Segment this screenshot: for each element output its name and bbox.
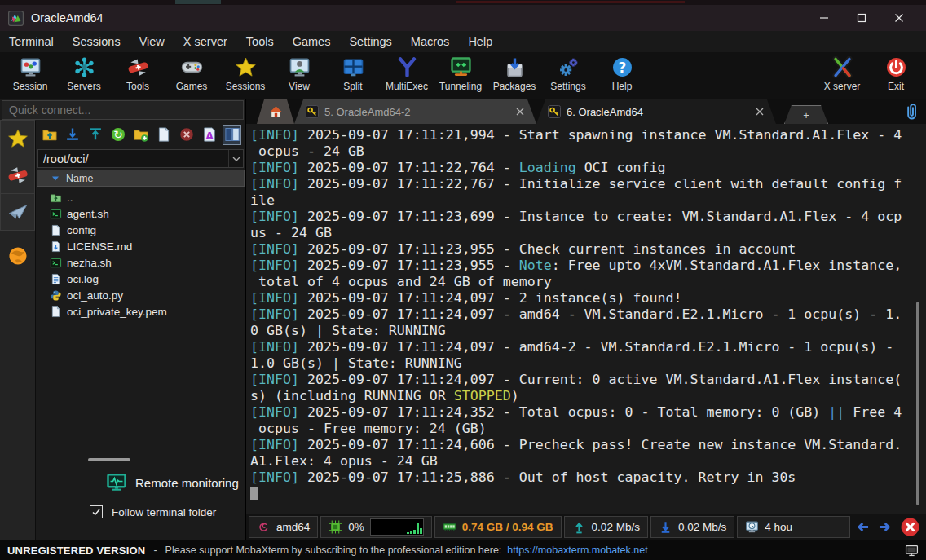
terminal-text: OCI config [576, 160, 666, 175]
menu-x-server[interactable]: X server [183, 35, 227, 48]
path-input[interactable] [38, 152, 228, 165]
close-button[interactable] [880, 5, 918, 31]
file-toolbar-toggle-panel-button[interactable] [223, 125, 241, 145]
file-list-header[interactable]: Name [37, 170, 245, 187]
new-tab-button[interactable]: + [784, 105, 828, 124]
terminal-text: : Free upto 4xVM.Standard.A1.Flex instan… [552, 258, 902, 273]
terminal-line: [INFO] 2025-09-07 17:11:24,097 - amd64 -… [250, 306, 926, 323]
rail-button-sftp[interactable] [0, 237, 35, 275]
toolbar-button-label: Help [612, 81, 633, 92]
rail-button-tools[interactable] [0, 157, 35, 194]
toolbar-button-sessions[interactable]: Sessions [218, 55, 272, 92]
toolbar-button-packages[interactable]: Packages [487, 55, 541, 92]
tab-close-icon[interactable] [755, 107, 765, 117]
file-row[interactable]: oci_auto.py [36, 287, 245, 303]
rail-button-sessions[interactable] [0, 120, 35, 157]
toolbar-button-x-server[interactable]: X server [815, 55, 869, 92]
toolbar-button-tunneling[interactable]: Tunneling [434, 55, 487, 92]
toolbar-button-servers[interactable]: Servers [57, 55, 111, 92]
terminal-line: s) (including RUNNING OR STOPPED) [250, 388, 926, 404]
tab-close-icon[interactable] [515, 107, 525, 117]
rail-button-macros[interactable] [0, 193, 35, 231]
terminal-text: us - 24 GB [250, 225, 332, 240]
menu-sessions[interactable]: Sessions [73, 35, 121, 48]
sidebar-splitter-handle[interactable] [88, 458, 130, 461]
menu-help[interactable]: Help [468, 35, 492, 48]
toolbar-button-session[interactable]: Session [3, 55, 57, 92]
menu-settings[interactable]: Settings [349, 35, 391, 48]
file-name: oci.log [67, 273, 99, 285]
toolbar-button-view[interactable]: View [272, 55, 326, 92]
remote-monitoring-button[interactable]: Remote monitoring [36, 470, 245, 496]
file-toolbar-upload-button[interactable] [86, 125, 104, 145]
maximize-button[interactable] [843, 5, 880, 31]
toolbar-button-multiexec[interactable]: MultiExec [380, 55, 434, 92]
terminal-scrollbar[interactable] [916, 302, 919, 505]
footer-link[interactable]: https://mobaxterm.mobatek.net [507, 545, 647, 556]
quick-connect-input[interactable] [2, 104, 243, 117]
tab-6-oracleamd64[interactable]: 6. OracleAmd64 [536, 99, 776, 124]
file-name: agent.sh [67, 208, 109, 220]
status-cell-uptime: 4 hou [737, 516, 850, 538]
file-row[interactable]: LICENSE.md [36, 238, 245, 254]
toolbar-button-split[interactable]: Split [326, 55, 380, 92]
toolbar-button-label: Session [13, 81, 48, 92]
toolbar-button-games[interactable]: Games [165, 55, 218, 92]
file-toolbar-refresh-button[interactable]: ↻ [108, 125, 127, 145]
terminal-line: [INFO] 2025-09-07 17:11:23,699 - Instanc… [250, 209, 926, 225]
sidebar: ↻A Name ..agent.shconfigLICENSE.mdnezha.… [0, 99, 246, 540]
toolbar-button-tools[interactable]: Tools [111, 55, 165, 92]
terminal-line: [INFO] 2025-09-07 17:11:25,886 - Out of … [250, 470, 926, 486]
file-toolbar-new-file-button[interactable] [154, 125, 173, 145]
follow-terminal-folder-label: Follow terminal folder [112, 506, 216, 518]
file-row[interactable]: .. [36, 189, 245, 205]
minimize-button[interactable] [805, 5, 843, 31]
unregistered-version-label: UNREGISTERED VERSION [7, 545, 145, 557]
menu-tools[interactable]: Tools [246, 35, 274, 48]
toolbar-button-label: Packages [493, 81, 536, 92]
plane-icon [7, 201, 29, 223]
packages-icon [504, 56, 526, 78]
file-row[interactable]: oci_private_key.pem [36, 303, 245, 320]
terminal-line: 1.0 GB(s) | State: RUNNING [250, 355, 926, 372]
toolbar-button-settings[interactable]: Settings [541, 55, 595, 92]
upload-icon [87, 126, 104, 143]
mobaxterm-window: OracleAmd64 TerminalSessionsViewX server… [0, 0, 926, 560]
toolbar-button-exit[interactable]: Exit [869, 55, 923, 92]
terminal-text: Loading [519, 160, 576, 175]
file-toolbar-download-button[interactable] [63, 125, 82, 145]
prev-tab-button[interactable] [853, 518, 872, 537]
cpu-icon [329, 520, 342, 534]
menu-games[interactable]: Games [293, 35, 331, 48]
games-icon [181, 56, 203, 78]
status-download-speed-value: 0.02 Mb/s [678, 521, 726, 533]
path-dropdown-button[interactable] [228, 150, 243, 167]
remote-monitoring-icon [107, 473, 126, 492]
terminal-text: Free 4 [844, 404, 902, 420]
file-row[interactable]: nezha.sh [36, 254, 245, 271]
toolbar-button-label: Tunneling [439, 81, 482, 92]
file-toolbar-new-folder-button[interactable] [131, 125, 150, 145]
file-row[interactable]: agent.sh [36, 205, 245, 222]
follow-terminal-folder-checkbox[interactable] [90, 505, 103, 518]
menu-terminal[interactable]: Terminal [9, 35, 54, 48]
file-toolbar-go-home-dir-button[interactable] [40, 125, 59, 145]
status-uptime-value: 4 hou [765, 521, 792, 533]
terminal-cursor-line [250, 486, 926, 502]
terminal-output[interactable]: [INFO] 2025-09-07 17:11:21,994 - Start s… [246, 124, 926, 514]
tab-home[interactable] [257, 99, 294, 124]
close-terminal-button[interactable] [900, 517, 920, 537]
next-tab-button[interactable] [875, 518, 894, 537]
menu-view[interactable]: View [139, 35, 165, 48]
menu-macros[interactable]: Macros [411, 35, 450, 48]
file-row[interactable]: oci.log [36, 271, 245, 287]
file-toolbar-edit-button[interactable]: A [200, 125, 218, 145]
toolbar-button-label: Sessions [226, 81, 266, 92]
refresh-icon: ↻ [110, 126, 126, 143]
attach-button[interactable] [903, 103, 921, 121]
terminal-text: Note [519, 258, 552, 273]
file-toolbar-delete-button[interactable] [177, 125, 196, 145]
file-row[interactable]: config [36, 222, 245, 238]
tab-5-oracleamd64-2[interactable]: 5. OracleAmd64-2 [294, 99, 536, 124]
toolbar-button-help[interactable]: ?Help [595, 55, 649, 92]
